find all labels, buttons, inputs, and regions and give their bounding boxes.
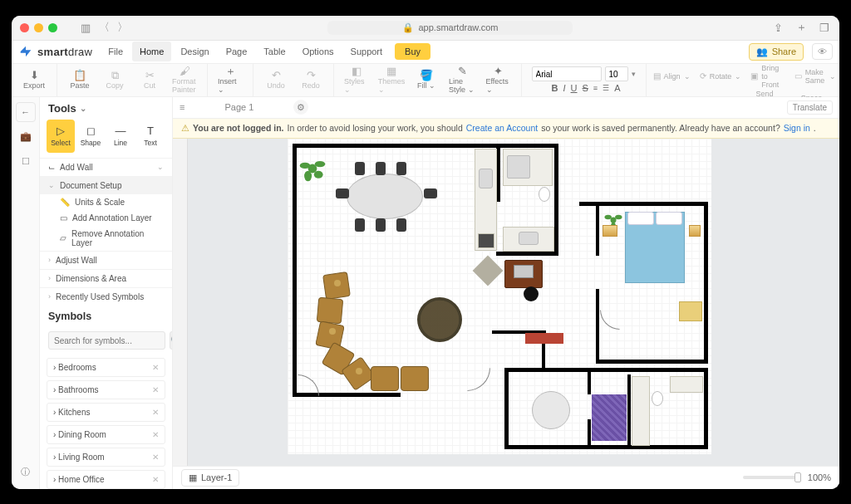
tool-text[interactable]: TText (136, 120, 165, 153)
make-same-icon: ▭ (794, 71, 802, 81)
underline-button[interactable]: U (571, 83, 578, 93)
layer-selector[interactable]: ▦Layer-1 (181, 469, 239, 487)
layers-icon: ▦ (189, 472, 197, 483)
window-minimize-icon[interactable] (34, 23, 43, 32)
floorplan[interactable] (293, 144, 706, 449)
zoom-slider[interactable] (743, 476, 801, 479)
bullets-icon[interactable]: ☰ (603, 84, 609, 92)
window-close-icon[interactable] (20, 23, 29, 32)
tabs-icon[interactable]: ❐ (818, 21, 831, 34)
page-tab[interactable]: Page 1 (191, 100, 287, 114)
sidebar-remove-annotation[interactable]: ▱Remove Annotation Layer (40, 226, 172, 251)
nav-forward-icon[interactable]: 〉 (116, 21, 129, 34)
signin-link[interactable]: Sign in (784, 123, 810, 133)
font-size-input[interactable] (605, 66, 628, 81)
menu-support[interactable]: Support (343, 42, 391, 61)
sidebar-add-annotation[interactable]: ▭Add Annotation Layer (40, 210, 172, 226)
category-bathrooms[interactable]: › Bathrooms✕ (47, 380, 165, 399)
close-icon[interactable]: ✕ (152, 363, 159, 372)
category-dining-room[interactable]: › Dining Room✕ (47, 425, 165, 444)
styles-button[interactable]: ◧Styles ⌄ (339, 66, 374, 94)
align-left-icon[interactable]: ≡ (593, 84, 598, 92)
cut-button[interactable]: ✂Cut (132, 70, 167, 90)
italic-button[interactable]: I (563, 83, 566, 93)
close-icon[interactable]: ✕ (152, 453, 159, 462)
line-style-button[interactable]: ✎Line Style ⌄ (444, 66, 481, 94)
sidebar-add-wall[interactable]: ⌙Add Wall ⌄ (40, 158, 172, 176)
fill-button[interactable]: 🪣Fill ⌄ (409, 70, 444, 90)
menu-options[interactable]: Options (295, 42, 342, 61)
canvas[interactable] (173, 139, 839, 466)
rail-briefcase-icon[interactable]: 💼 (16, 127, 36, 147)
copy-button[interactable]: ⧉Copy (97, 70, 132, 90)
category-bedrooms[interactable]: › Bedrooms✕ (47, 358, 165, 377)
close-icon[interactable]: ✕ (152, 430, 159, 439)
translate-button[interactable]: Translate (787, 100, 833, 115)
sidebar-toggle-icon[interactable]: ▥ (79, 21, 92, 34)
insert-button[interactable]: ＋Insert ⌄ (213, 66, 248, 94)
tools-title: Tools (48, 102, 76, 115)
rotate-icon: ⟳ (700, 71, 706, 81)
sidebar-units-scale[interactable]: 📏Units & Scale (40, 194, 172, 210)
themes-button[interactable]: ▦Themes ⌄ (374, 66, 409, 94)
sidebar-dimensions[interactable]: ›Dimensions & Area (40, 269, 172, 287)
tool-line[interactable]: —Line (106, 120, 135, 153)
redo-button[interactable]: ↷Redo (293, 70, 328, 90)
menu-page[interactable]: Page (219, 42, 255, 61)
create-account-link[interactable]: Create an Account (466, 123, 538, 133)
new-tab-icon[interactable]: ＋ (794, 21, 808, 34)
page-settings-button[interactable]: ⚙ (293, 100, 308, 115)
category-kitchens[interactable]: › Kitchens✕ (47, 403, 165, 422)
canvas-footer: ▦Layer-1 100% (173, 466, 839, 489)
menu-design[interactable]: Design (173, 42, 216, 61)
address-bar[interactable]: 🔒 app.smartdraw.com (327, 21, 573, 35)
sidebar-adjust-wall[interactable]: ›Adjust Wall (40, 251, 172, 269)
rail-package-icon[interactable]: ☐ (16, 152, 36, 172)
format-painter-button[interactable]: 🖌Format Painter (167, 66, 202, 94)
sidebar-recent-symbols[interactable]: ›Recently Used Symbols (40, 287, 172, 306)
export-button[interactable]: ⬇Export (17, 70, 52, 90)
undo-icon: ↶ (272, 70, 281, 81)
window-zoom-icon[interactable] (48, 23, 57, 32)
close-icon[interactable]: ✕ (152, 385, 159, 394)
effects-button[interactable]: ✦Effects ⌄ (481, 66, 516, 94)
paste-button[interactable]: 📋Paste (62, 70, 97, 90)
page-bar: ≡ Page 1 ⚙ Translate (173, 97, 839, 119)
brand-logo[interactable]: smartdraw (18, 44, 92, 59)
menu-table[interactable]: Table (256, 42, 293, 61)
undo-button[interactable]: ↶Undo (258, 70, 293, 90)
menu-home[interactable]: Home (132, 42, 171, 61)
drawing-page[interactable] (288, 139, 711, 454)
rail-help-icon[interactable]: ⓘ (16, 462, 36, 482)
category-living-room[interactable]: › Living Room✕ (47, 448, 165, 467)
close-icon[interactable]: ✕ (152, 408, 159, 417)
share-button[interactable]: 👥 Share (749, 43, 804, 61)
nav-back-icon[interactable]: 〈 (97, 21, 111, 34)
themes-icon: ▦ (386, 66, 396, 76)
preview-button[interactable]: 👁 (812, 43, 833, 60)
close-icon[interactable]: ✕ (152, 475, 159, 484)
zoom-value: 100% (808, 472, 831, 482)
canvas-main[interactable] (188, 139, 839, 466)
font-color-icon[interactable]: A (614, 83, 620, 93)
share-page-icon[interactable]: ⇪ (771, 21, 785, 34)
browser-window: ▥ 〈 〉 🔒 app.smartdraw.com ⇪ ＋ ❐ smartdra… (12, 16, 839, 489)
chevron-down-icon[interactable]: ▾ (632, 70, 636, 78)
lock-icon: 🔒 (402, 22, 414, 33)
tool-select[interactable]: ▷Select (47, 120, 75, 153)
tools-header[interactable]: Tools ⌄ (40, 97, 172, 120)
menu-file[interactable]: File (101, 42, 130, 61)
hamburger-icon[interactable]: ≡ (180, 102, 184, 112)
sidebar-document-setup[interactable]: ⌄Document Setup (40, 176, 172, 194)
category-home-office[interactable]: › Home Office✕ (47, 470, 165, 489)
font-family-input[interactable] (532, 66, 602, 81)
buy-button[interactable]: Buy (395, 43, 430, 60)
share-label: Share (772, 46, 796, 56)
clipboard-icon: 📋 (73, 70, 86, 81)
tool-shape[interactable]: ◻Shape (76, 120, 105, 153)
chevron-down-icon: ⌄ (80, 104, 86, 113)
symbol-search-input[interactable] (48, 331, 165, 350)
strike-button[interactable]: S (583, 83, 588, 93)
bold-button[interactable]: B (552, 83, 558, 93)
rail-back-button[interactable]: ← (16, 102, 36, 122)
